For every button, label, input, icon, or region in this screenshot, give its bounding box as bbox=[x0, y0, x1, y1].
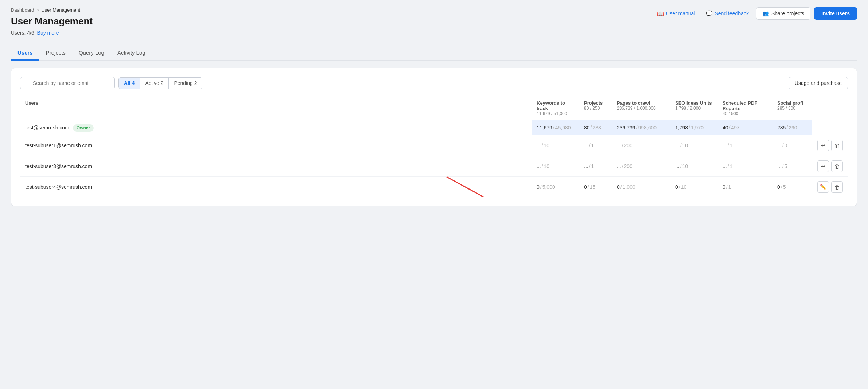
invite-users-button[interactable]: Invite users bbox=[814, 7, 857, 20]
filter-active-button[interactable]: Active 2 bbox=[140, 78, 169, 89]
pages-max: 200 bbox=[624, 163, 632, 169]
cell-seo: 0/10 bbox=[670, 177, 717, 198]
share-icon: 👥 bbox=[762, 10, 769, 17]
social-value: 0 bbox=[777, 184, 780, 190]
cell-email: test-subuser3@semrush.com bbox=[20, 156, 532, 177]
proj-max: 1 bbox=[591, 163, 594, 169]
social-value: 285 bbox=[777, 125, 786, 131]
table-row: test-subuser4@semrush.com0/5,0000/150/1,… bbox=[20, 177, 848, 198]
cell-seo: .../10 bbox=[670, 156, 717, 177]
search-input[interactable] bbox=[20, 77, 115, 89]
cell-projects: 80/233 bbox=[579, 120, 612, 135]
col-header-social: Social profi 285 / 300 bbox=[772, 97, 812, 120]
filter-group: All 4 Active 2 Pending 2 bbox=[118, 77, 202, 89]
pdf-max: 497 bbox=[731, 125, 739, 131]
pages-value: 0 bbox=[617, 184, 620, 190]
pdf-max: 1 bbox=[730, 143, 733, 148]
cell-keywords: .../10 bbox=[532, 135, 579, 156]
pdf-value: ... bbox=[723, 163, 727, 169]
cell-actions: ↩🗑 bbox=[812, 156, 848, 177]
social-max: 5 bbox=[783, 184, 786, 190]
kw-value: ... bbox=[537, 143, 541, 148]
proj-value: ... bbox=[584, 143, 588, 148]
filters-row: 🔍 All 4 Active 2 Pending 2 Usage and pur… bbox=[20, 77, 848, 89]
filter-pending-button[interactable]: Pending 2 bbox=[169, 78, 202, 89]
cell-email: test-subuser1@semrush.com bbox=[20, 135, 532, 156]
owner-badge: Owner bbox=[73, 124, 94, 132]
pages-max: 200 bbox=[624, 143, 632, 148]
cell-social: 285/290 bbox=[772, 120, 812, 135]
proj-max: 233 bbox=[592, 125, 601, 131]
seo-value: 0 bbox=[675, 184, 678, 190]
cell-pages: 0/1,000 bbox=[612, 177, 670, 198]
send-feedback-button[interactable]: 💬 Send feedback bbox=[702, 8, 752, 19]
cell-actions: ✏️🗑 bbox=[812, 177, 848, 198]
pages-max: 1,000 bbox=[623, 184, 635, 190]
delete-button[interactable]: 🗑 bbox=[831, 140, 843, 151]
table-wrap: Users Keywords to track 11,679 / 51,000 … bbox=[20, 97, 848, 197]
seo-max: 10 bbox=[682, 143, 688, 148]
social-value: ... bbox=[777, 143, 782, 148]
cell-keywords: 0/5,000 bbox=[532, 177, 579, 198]
users-table: Users Keywords to track 11,679 / 51,000 … bbox=[20, 97, 848, 197]
cell-projects: .../1 bbox=[579, 156, 612, 177]
proj-value: 0 bbox=[584, 184, 587, 190]
breadcrumb-sep: > bbox=[36, 7, 39, 13]
social-max: 0 bbox=[785, 143, 787, 148]
kw-max: 10 bbox=[544, 163, 550, 169]
page-title: User Management bbox=[11, 16, 93, 27]
content-card: 🔍 All 4 Active 2 Pending 2 Usage and pur… bbox=[11, 68, 857, 206]
delete-button[interactable]: 🗑 bbox=[831, 160, 843, 172]
tab-users[interactable]: Users bbox=[11, 46, 39, 61]
social-max: 290 bbox=[789, 125, 797, 131]
edit-button[interactable]: ✏️ bbox=[817, 181, 829, 193]
tab-projects[interactable]: Projects bbox=[39, 46, 72, 61]
reset-button[interactable]: ↩ bbox=[817, 140, 829, 151]
pdf-max: 1 bbox=[728, 184, 731, 190]
table-row: test-subuser1@semrush.com.../10.../1.../… bbox=[20, 135, 848, 156]
col-header-projects: Projects 80 / 250 bbox=[579, 97, 612, 120]
user-email: test-subuser4@semrush.com bbox=[25, 184, 92, 190]
cell-projects: .../1 bbox=[579, 135, 612, 156]
cell-actions: ↩🗑 bbox=[812, 135, 848, 156]
cell-email: test-subuser4@semrush.com bbox=[20, 177, 532, 198]
col-header-pdf: Scheduled PDF Reports 40 / 500 bbox=[717, 97, 772, 120]
cell-pdf: .../1 bbox=[717, 135, 772, 156]
share-projects-button[interactable]: 👥 Share projects bbox=[756, 7, 810, 20]
pdf-value: 40 bbox=[723, 125, 728, 131]
user-email: test-subuser3@semrush.com bbox=[25, 163, 92, 169]
cell-social: .../0 bbox=[772, 135, 812, 156]
tab-query-log[interactable]: Query Log bbox=[72, 46, 111, 61]
col-header-pages: Pages to crawl 236,739 / 1,000,000 bbox=[612, 97, 670, 120]
seo-value: ... bbox=[675, 163, 680, 169]
col-header-users: Users bbox=[20, 97, 532, 120]
delete-button[interactable]: 🗑 bbox=[831, 181, 843, 193]
buy-more-link[interactable]: Buy more bbox=[37, 30, 59, 36]
proj-max: 1 bbox=[591, 143, 594, 148]
kw-value: ... bbox=[537, 163, 541, 169]
seo-max: 1,970 bbox=[691, 125, 704, 131]
breadcrumb-home[interactable]: Dashboard bbox=[11, 7, 34, 13]
reset-button[interactable]: ↩ bbox=[817, 160, 829, 172]
user-email: test@semrush.com bbox=[25, 125, 69, 131]
pdf-value: ... bbox=[723, 143, 727, 148]
kw-max: 5,000 bbox=[542, 184, 555, 190]
pdf-value: 0 bbox=[723, 184, 725, 190]
cell-keywords: 11,679/45,980 bbox=[532, 120, 579, 135]
user-manual-button[interactable]: 📖 User manual bbox=[653, 8, 698, 19]
usage-purchase-button[interactable]: Usage and purchase bbox=[789, 77, 848, 89]
social-value: ... bbox=[777, 163, 782, 169]
book-icon: 📖 bbox=[657, 10, 664, 17]
cell-pages: .../200 bbox=[612, 135, 670, 156]
cell-pages: 236,739/998,600 bbox=[612, 120, 670, 135]
seo-max: 10 bbox=[681, 184, 687, 190]
filter-all-button[interactable]: All 4 bbox=[119, 78, 140, 89]
cell-social: 0/5 bbox=[772, 177, 812, 198]
feedback-icon: 💬 bbox=[706, 10, 713, 17]
breadcrumb: Dashboard > User Management bbox=[11, 7, 93, 13]
col-header-seo: SEO Ideas Units 1,798 / 2,000 bbox=[670, 97, 717, 120]
kw-value: 11,679 bbox=[537, 125, 552, 131]
social-max: 5 bbox=[785, 163, 787, 169]
tab-activity-log[interactable]: Activity Log bbox=[111, 46, 152, 61]
col-header-actions bbox=[812, 97, 848, 120]
